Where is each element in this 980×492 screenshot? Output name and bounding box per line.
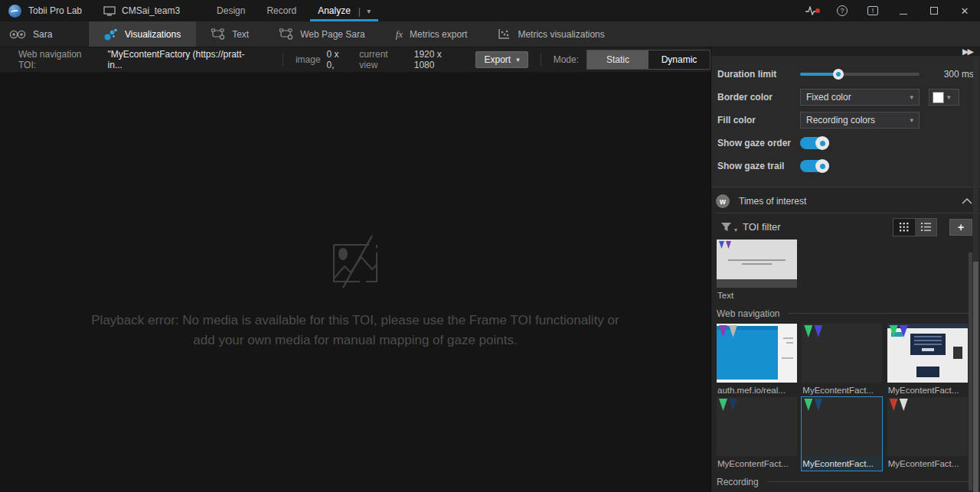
times-of-interest-icon: w <box>716 194 730 208</box>
duration-limit-value: 300 ms <box>944 69 974 80</box>
mode-dynamic-button[interactable]: Dynamic <box>648 51 710 69</box>
thumbnail-label: MyEcontentFact... <box>717 456 797 471</box>
show-gaze-order-label: Show gaze order <box>716 138 800 148</box>
recording-tab-label: Sara <box>33 29 52 40</box>
section-divider <box>716 213 980 213</box>
mode-static-button[interactable]: Static <box>587 51 648 69</box>
list-view-button[interactable] <box>915 219 936 236</box>
recording-pin-icon <box>804 325 812 337</box>
slider-handle[interactable] <box>833 69 844 80</box>
playback-error-message: Playback error: No media is available fo… <box>91 311 619 351</box>
tab-text[interactable]: Text <box>196 21 264 47</box>
tab-metrics-export[interactable]: fx Metrics export <box>381 21 483 47</box>
recording-tab-sara[interactable]: Sara <box>0 21 89 47</box>
current-view-label: current view <box>359 49 407 70</box>
fill-color-dropdown[interactable]: Recording colors ▾ <box>800 112 920 129</box>
active-tab-underline <box>310 19 378 21</box>
recording-pin-icon <box>814 325 822 337</box>
toi-thumbnail-web-nav-1[interactable]: auth.mef.io/real... <box>717 324 797 397</box>
minimize-button[interactable] <box>888 0 919 21</box>
image-size-label: image <box>296 54 321 65</box>
recording-pin-icon <box>729 325 737 337</box>
border-color-label: Border color <box>716 92 800 103</box>
list-scrollbar-thumb[interactable] <box>969 253 972 490</box>
media-viewer: Playback error: No media is available fo… <box>0 72 710 492</box>
color-swatch <box>933 92 944 103</box>
tab-design[interactable]: Design <box>206 0 256 21</box>
grid-view-button[interactable] <box>893 219 915 236</box>
aoi-tool-icon <box>211 28 225 40</box>
tab-label: Web Page Sara <box>300 29 365 40</box>
group-title: Recording <box>717 477 759 487</box>
fill-color-label: Fill color <box>716 115 800 125</box>
export-button[interactable]: Export ▾ <box>475 51 528 68</box>
project-tab[interactable]: CMSai_team3 <box>103 5 180 16</box>
thumbnail-label: auth.mef.io/real... <box>717 383 797 397</box>
expand-panel-icon[interactable]: ▶▶ <box>962 47 972 56</box>
border-color-swatch-dropdown[interactable]: ▾ <box>929 89 959 106</box>
panel-scrollbar-thumb[interactable] <box>973 262 978 492</box>
grid-icon <box>900 223 909 232</box>
tab-web-page-sara[interactable]: Web Page Sara <box>264 21 381 47</box>
thumbnail-label: MyEcontentFact... <box>887 383 968 397</box>
panel-scrollbar-track[interactable] <box>973 58 978 492</box>
panel-top-strip: ▶▶ <box>711 47 980 56</box>
thumbnail-label: MyEcontentFact... <box>802 456 882 471</box>
border-color-row: Border color Fixed color ▾ ▾ <box>716 86 974 109</box>
close-button[interactable]: ✕ <box>949 0 980 21</box>
analyze-dropdown-caret-icon[interactable]: ▾ <box>362 7 375 15</box>
toi-filter-label: TOI filter <box>743 221 781 233</box>
collapse-chevron-icon[interactable] <box>962 198 972 204</box>
thumbnail-label: MyEcontentFact... <box>802 383 882 397</box>
tab-record[interactable]: Record <box>256 0 307 21</box>
tab-analyze[interactable]: Analyze <box>312 0 357 21</box>
fx-icon: fx <box>396 28 403 41</box>
show-gaze-trail-row: Show gaze trail <box>716 155 974 178</box>
toi-thumbnail-web-nav-2[interactable]: MyEcontentFact... <box>802 324 882 397</box>
toi-thumbnail-web-nav-4[interactable]: MyEcontentFact... <box>717 397 797 471</box>
help-icon[interactable]: ? <box>827 0 858 21</box>
visualization-toolbar: Web navigation TOI: "MyEcontentFactory (… <box>0 47 710 72</box>
tab-label: Visualizations <box>125 29 181 40</box>
tab-separator: | <box>358 5 361 17</box>
toi-thumbnail-web-nav-5-selected[interactable]: MyEcontentFact... <box>802 397 882 471</box>
recording-pin-icon <box>900 325 908 337</box>
duration-limit-label: Duration limit <box>716 69 800 80</box>
toi-name: "MyEcontentFactory (https://pratt-in... <box>108 49 256 70</box>
tab-metrics-visualizations[interactable]: Metrics visualizations <box>482 21 619 47</box>
add-toi-button[interactable]: + <box>949 219 972 236</box>
tobii-logo-icon <box>8 5 21 18</box>
toolbar-divider <box>541 53 541 67</box>
tab-visualizations[interactable]: Visualizations <box>89 21 196 47</box>
toi-thumbnail-web-nav-3[interactable]: MyEcontentFact... <box>887 324 968 397</box>
dropdown-caret-icon: ▾ <box>947 93 951 101</box>
thumbnail-label: MyEcontentFact... <box>887 456 968 471</box>
recording-pin-icon <box>890 325 898 337</box>
toi-thumbnail-text[interactable]: Text <box>717 239 797 302</box>
toi-thumbnail-web-nav-6[interactable]: MyEcontentFact... <box>887 397 968 471</box>
toi-thumbnail-list: Text Web navigation auth.mef.io/real... <box>711 236 980 492</box>
metrics-chart-icon <box>498 28 511 40</box>
recording-group-header: Recording <box>717 477 978 487</box>
filter-funnel-icon[interactable]: ▾ <box>720 222 732 232</box>
duration-limit-slider[interactable] <box>800 69 920 80</box>
times-of-interest-header[interactable]: w Times of interest <box>711 193 980 210</box>
border-color-dropdown[interactable]: Fixed color ▾ <box>800 89 920 106</box>
recording-pin-icon <box>719 325 727 337</box>
eyetracker-status-icon[interactable] <box>796 0 827 21</box>
toi-label: Web navigation TOI: <box>18 49 100 70</box>
times-of-interest-title: Times of interest <box>739 196 806 207</box>
monitor-icon <box>103 6 116 16</box>
tab-label: Metrics export <box>410 29 467 40</box>
show-gaze-order-row: Show gaze order <box>716 132 974 155</box>
show-gaze-order-toggle[interactable] <box>800 137 829 149</box>
recording-pin-icon <box>726 241 731 249</box>
show-gaze-trail-label: Show gaze trail <box>716 161 800 171</box>
toolbar-divider <box>283 53 283 67</box>
recording-pin-icon <box>804 399 812 411</box>
module-bar: Sara Visualizations Text Web Page Sara f… <box>0 21 980 47</box>
show-gaze-trail-toggle[interactable] <box>800 160 829 172</box>
feedback-icon[interactable]: ! <box>858 0 888 21</box>
maximize-button[interactable] <box>919 0 949 21</box>
status-dot <box>815 8 820 13</box>
